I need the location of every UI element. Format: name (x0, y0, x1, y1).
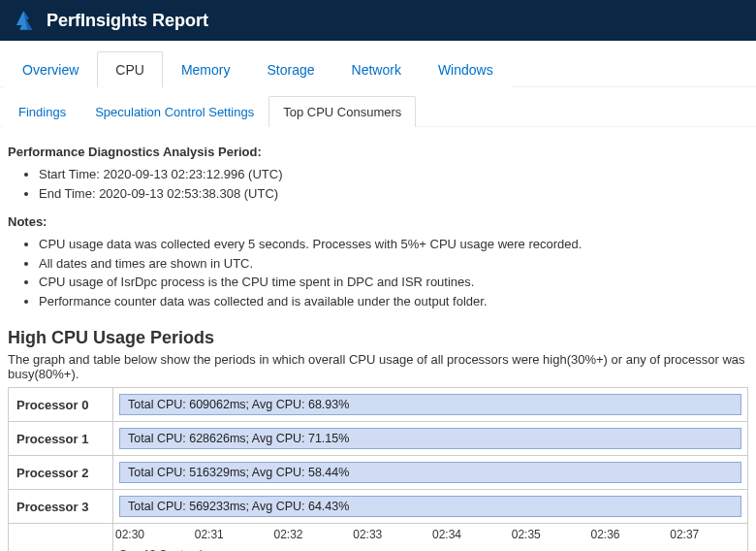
table-row: Processor 2 Total CPU: 516329ms; Avg CPU… (9, 456, 748, 490)
time-tick: 02:30 (113, 528, 193, 541)
analysis-end-time: End Time: 2020-09-13 02:53:38.308 (UTC) (39, 184, 748, 204)
time-tick: 02:33 (351, 528, 430, 541)
note-item: Performance counter data was collected a… (39, 292, 748, 311)
processor-bar-cell: Total CPU: 609062ms; Avg CPU: 68.93% (113, 388, 748, 422)
notes-list: CPU usage data was collected every 5 sec… (8, 235, 748, 310)
processor-label: Processor 1 (9, 422, 113, 456)
time-axis: 02:30 02:31 02:32 02:33 02:34 02:35 02:3… (113, 524, 748, 552)
subtab-speculation[interactable]: Speculation Control Settings (80, 96, 268, 127)
notes-heading: Notes: (8, 214, 748, 229)
time-ticks: 02:30 02:31 02:32 02:33 02:34 02:35 02:3… (113, 528, 747, 541)
analysis-period-list: Start Time: 2020-09-13 02:23:12.996 (UTC… (8, 165, 748, 203)
tab-overview[interactable]: Overview (4, 51, 97, 87)
time-tick: 02:34 (430, 528, 510, 541)
processor-label: Processor 2 (9, 456, 113, 490)
main-tabs: Overview CPU Memory Storage Network Wind… (0, 41, 756, 87)
note-item: All dates and times are shown in UTC. (39, 254, 748, 274)
cpu-usage-bar[interactable]: Total CPU: 609062ms; Avg CPU: 68.93% (119, 394, 741, 415)
cpu-usage-table: Processor 0 Total CPU: 609062ms; Avg CPU… (8, 387, 748, 551)
table-row: Processor 0 Total CPU: 609062ms; Avg CPU… (9, 388, 748, 422)
analysis-period-heading: Performance Diagnostics Analysis Period: (8, 145, 748, 159)
processor-bar-cell: Total CPU: 516329ms; Avg CPU: 58.44% (113, 456, 748, 490)
tab-network[interactable]: Network (333, 51, 420, 87)
azure-logo-icon (12, 8, 37, 33)
cpu-usage-bar[interactable]: Total CPU: 516329ms; Avg CPU: 58.44% (119, 462, 741, 483)
processor-bar-cell: Total CPU: 569233ms; Avg CPU: 64.43% (113, 490, 748, 524)
tab-storage[interactable]: Storage (248, 51, 332, 87)
time-tick: 02:37 (668, 528, 747, 541)
app-header: PerfInsights Report (0, 0, 756, 41)
processor-label: Processor 3 (9, 490, 113, 524)
time-tick: 02:32 (272, 528, 352, 541)
time-tick: 02:31 (193, 528, 272, 541)
high-cpu-heading: High CPU Usage Periods (8, 328, 748, 348)
app-title: PerfInsights Report (47, 11, 208, 31)
content-area: Performance Diagnostics Analysis Period:… (0, 127, 756, 551)
table-row: Processor 3 Total CPU: 569233ms; Avg CPU… (9, 490, 748, 524)
subtab-top-cpu[interactable]: Top CPU Consumers (268, 96, 416, 127)
cpu-usage-bar[interactable]: Total CPU: 628626ms; Avg CPU: 71.15% (119, 428, 741, 449)
time-tick: 02:36 (589, 528, 669, 541)
sub-tabs: Findings Speculation Control Settings To… (0, 87, 756, 127)
note-item: CPU usage of IsrDpc process is the CPU t… (39, 273, 748, 292)
note-item: CPU usage data was collected every 5 sec… (39, 235, 748, 254)
time-axis-row: 02:30 02:31 02:32 02:33 02:34 02:35 02:3… (9, 524, 748, 552)
processor-bar-cell: Total CPU: 628626ms; Avg CPU: 71.15% (113, 422, 748, 456)
tab-memory[interactable]: Memory (163, 51, 249, 87)
time-tick: 02:35 (510, 528, 589, 541)
processor-label: Processor 0 (9, 388, 113, 422)
cpu-usage-bar[interactable]: Total CPU: 569233ms; Avg CPU: 64.43% (119, 496, 741, 517)
tab-windows[interactable]: Windows (420, 51, 512, 87)
axis-empty-cell (9, 524, 113, 552)
subtab-findings[interactable]: Findings (4, 96, 80, 127)
high-cpu-desc: The graph and table below show the perio… (8, 352, 748, 381)
tab-cpu[interactable]: CPU (97, 51, 163, 87)
table-row: Processor 1 Total CPU: 628626ms; Avg CPU… (9, 422, 748, 456)
analysis-start-time: Start Time: 2020-09-13 02:23:12.996 (UTC… (39, 165, 748, 184)
